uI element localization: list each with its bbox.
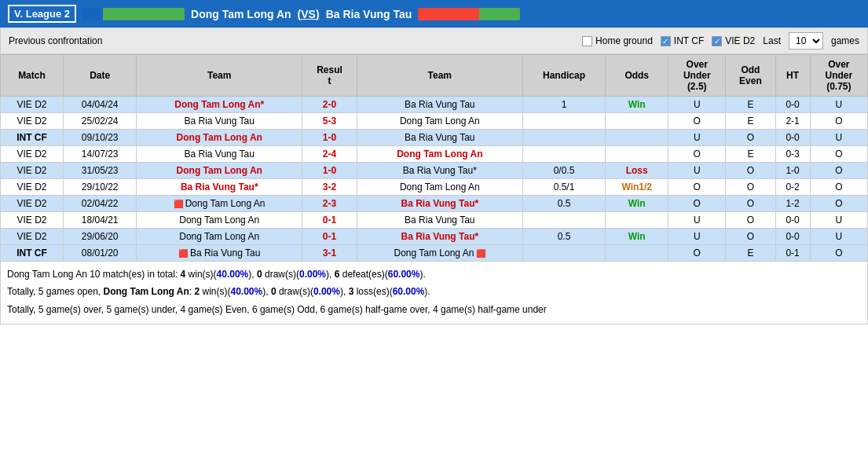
cell-odds	[606, 146, 668, 163]
cell-date: 02/04/22	[63, 196, 136, 212]
col-ou075: OverUnder(0.75)	[810, 55, 867, 97]
col-ou25: OverUnder(2.5)	[668, 55, 726, 97]
cell-result: 2-3	[302, 196, 357, 212]
table-row: VIE D229/10/22Ba Ria Vung Tau*3-2Dong Ta…	[1, 179, 868, 196]
cell-result: 3-2	[302, 179, 357, 196]
cell-ou25: O	[668, 146, 726, 163]
cell-team1: Dong Tam Long An	[137, 212, 302, 229]
cell-ou075: U	[810, 97, 867, 113]
cell-odds	[606, 245, 668, 262]
team2-color-strip	[418, 8, 520, 20]
cell-ht: 0-3	[775, 146, 810, 163]
cell-result: 5-3	[302, 113, 357, 130]
cell-match: VIE D2	[1, 163, 64, 179]
table-row: VIE D202/04/22🟥 Dong Tam Long An2-3Ba Ri…	[1, 196, 868, 212]
vied2-checkbox-label[interactable]: ✓ VIE D2	[712, 35, 755, 46]
cell-handicap	[522, 113, 606, 130]
team2-flag-icon: 🟥	[474, 249, 485, 258]
col-odds: Odds	[606, 55, 668, 97]
cell-oe: O	[726, 196, 775, 212]
controls-bar: Previous confrontation Home ground ✓ INT…	[0, 28, 868, 54]
homeground-checkbox-label[interactable]: Home ground	[582, 35, 653, 46]
league-badge: V. League 2	[8, 5, 76, 23]
vied2-checkbox[interactable]: ✓	[712, 36, 722, 46]
col-match: Match	[1, 55, 64, 97]
cell-odds	[606, 113, 668, 130]
cell-result: 2-0	[302, 97, 357, 113]
cell-date: 04/04/24	[63, 97, 136, 113]
cell-ou25: O	[668, 196, 726, 212]
col-handicap: Handicap	[522, 55, 606, 97]
table-row: INT CF08/01/20🟥 Ba Ria Vung Tau3-1Dong T…	[1, 245, 868, 262]
cell-result: 0-1	[302, 212, 357, 229]
cell-team2: Dong Tam Long An	[357, 146, 522, 163]
cell-match: VIE D2	[1, 229, 64, 245]
cell-oe: O	[726, 229, 775, 245]
cell-handicap	[522, 130, 606, 146]
table-row: VIE D214/07/23Ba Ria Vung Tau2-4Dong Tam…	[1, 146, 868, 163]
table-row: VIE D225/02/24Ba Ria Vung Tau5-3Dong Tam…	[1, 113, 868, 130]
cell-result: 3-1	[302, 245, 357, 262]
cell-handicap: 0.5	[522, 196, 606, 212]
homeground-checkbox[interactable]	[582, 36, 592, 46]
table-row: VIE D218/04/21Dong Tam Long An0-1Ba Ria …	[1, 212, 868, 229]
cell-ou25: O	[668, 179, 726, 196]
cell-ht: 1-2	[775, 196, 810, 212]
team1-name: Dong Tam Long An	[191, 8, 291, 20]
cell-oe: E	[726, 97, 775, 113]
cell-ht: 0-0	[775, 130, 810, 146]
cell-date: 31/05/23	[63, 163, 136, 179]
cell-handicap: 0.5	[522, 229, 606, 245]
cell-handicap	[522, 212, 606, 229]
cell-team1: Ba Ria Vung Tau	[137, 146, 302, 163]
cell-odds: Loss	[606, 163, 668, 179]
summary-line1: Dong Tam Long An 10 match(es) in total: …	[7, 266, 861, 282]
cell-ou075: O	[810, 163, 867, 179]
cell-result: 0-1	[302, 229, 357, 245]
cell-ou075: U	[810, 229, 867, 245]
intcf-checkbox[interactable]: ✓	[661, 36, 671, 46]
cell-team2: Ba Ria Vung Tau	[357, 130, 522, 146]
table-row: VIE D231/05/23Dong Tam Long An1-0Ba Ria …	[1, 163, 868, 179]
cell-team2: Ba Ria Vung Tau*	[357, 196, 522, 212]
cell-ou25: O	[668, 113, 726, 130]
table-row: VIE D204/04/24Dong Tam Long An*2-0Ba Ria…	[1, 97, 868, 113]
cell-handicap: 1	[522, 97, 606, 113]
cell-match: INT CF	[1, 130, 64, 146]
cell-team2: Dong Tam Long An	[357, 179, 522, 196]
cell-odds: Win	[606, 97, 668, 113]
vs-label: (VS)	[298, 8, 320, 20]
cell-ou075: O	[810, 245, 867, 262]
cell-team1: Dong Tam Long An	[137, 229, 302, 245]
previous-confrontation-label: Previous confrontation	[9, 35, 102, 46]
cell-team1: Ba Ria Vung Tau*	[137, 179, 302, 196]
cell-ou075: O	[810, 196, 867, 212]
cell-ou25: U	[668, 97, 726, 113]
header-bar: V. League 2 Dong Tam Long An (VS) Ba Ria…	[0, 0, 868, 28]
cell-ou25: U	[668, 212, 726, 229]
cell-oe: E	[726, 245, 775, 262]
cell-ou075: U	[810, 130, 867, 146]
cell-ou25: O	[668, 245, 726, 262]
cell-date: 08/01/20	[63, 245, 136, 262]
cell-match: INT CF	[1, 245, 64, 262]
cell-oe: O	[726, 130, 775, 146]
summary-line3: Totally, 5 game(s) over, 5 game(s) under…	[7, 302, 861, 317]
cell-team2: Dong Tam Long An	[357, 113, 522, 130]
cell-team1: Dong Tam Long An	[137, 130, 302, 146]
cell-odds: Win1/2	[606, 179, 668, 196]
cell-team1: 🟥 Dong Tam Long An	[137, 196, 302, 212]
cell-ht: 1-0	[775, 163, 810, 179]
summary-section: Dong Tam Long An 10 match(es) in total: …	[0, 262, 868, 324]
cell-ou075: O	[810, 179, 867, 196]
cell-team1: Dong Tam Long An	[137, 163, 302, 179]
last-select[interactable]: 10 20 5	[789, 32, 823, 50]
cell-date: 29/10/22	[63, 179, 136, 196]
cell-team1: Ba Ria Vung Tau	[137, 113, 302, 130]
cell-team2: Dong Tam Long An 🟥	[357, 245, 522, 262]
cell-result: 1-0	[302, 163, 357, 179]
cell-oe: E	[726, 113, 775, 130]
intcf-checkbox-label[interactable]: ✓ INT CF	[661, 35, 704, 46]
table-row: VIE D229/06/20Dong Tam Long An0-1Ba Ria …	[1, 229, 868, 245]
cell-date: 18/04/21	[63, 212, 136, 229]
